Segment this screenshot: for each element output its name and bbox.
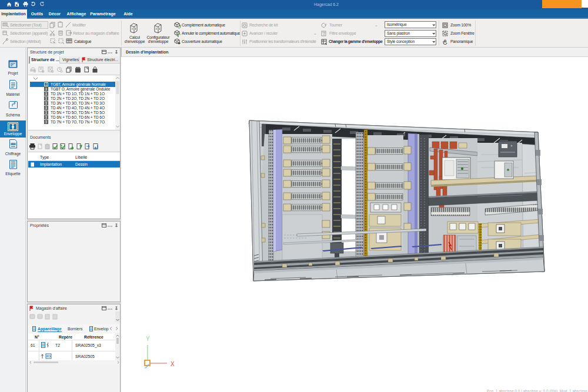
svg-text:0.00: 0.00 xyxy=(11,143,15,145)
svg-text:Y: Y xyxy=(146,336,150,342)
svg-text:X: X xyxy=(171,361,175,367)
